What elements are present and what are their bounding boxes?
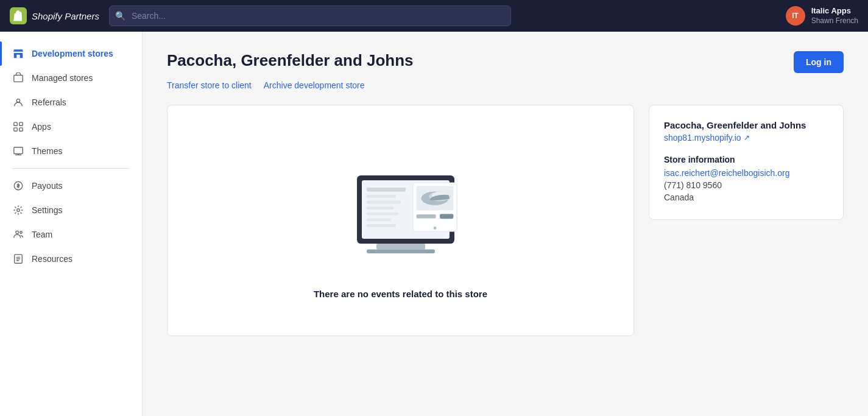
- top-navigation: Shopify Partners 🔍 IT Italic Apps Shawn …: [0, 0, 868, 32]
- svg-rect-1: [16, 55, 19, 58]
- svg-point-11: [16, 231, 19, 234]
- sidebar-item-apps[interactable]: Apps: [0, 115, 142, 139]
- logo-text: Shopify Partners: [32, 11, 99, 21]
- info-phone: (771) 810 9560: [664, 180, 828, 190]
- svg-rect-24: [367, 224, 396, 227]
- empty-state-card: There are no events related to this stor…: [167, 105, 634, 336]
- empty-state-text: There are no events related to this stor…: [314, 289, 487, 299]
- external-link-icon: ↗: [744, 133, 750, 142]
- sidebar-item-managed-stores[interactable]: Managed stores: [0, 66, 142, 90]
- info-country: Canada: [664, 192, 828, 202]
- svg-point-12: [20, 231, 23, 234]
- svg-rect-31: [440, 214, 453, 219]
- login-button[interactable]: Log in: [794, 51, 844, 73]
- info-store-url[interactable]: shop81.myshopify.io ↗: [664, 133, 828, 143]
- svg-rect-20: [367, 200, 401, 203]
- svg-rect-22: [367, 212, 398, 215]
- svg-rect-19: [367, 195, 396, 198]
- svg-rect-7: [19, 128, 23, 131]
- svg-rect-18: [367, 188, 406, 191]
- sidebar-item-resources[interactable]: Resources: [0, 247, 142, 271]
- page-header: Pacocha, Greenfelder and Johns Log in: [167, 51, 844, 73]
- content-area: There are no events related to this stor…: [167, 105, 844, 336]
- nav-divider: [12, 168, 130, 169]
- resources-icon: [12, 253, 24, 265]
- info-store-name: Pacocha, Greenfelder and Johns: [664, 120, 828, 130]
- user-area: IT Italic Apps Shawn French: [786, 6, 858, 26]
- sidebar-item-team[interactable]: Team: [0, 222, 142, 247]
- sidebar-item-themes[interactable]: Themes: [0, 139, 142, 163]
- page-title: Pacocha, Greenfelder and Johns: [167, 51, 414, 70]
- user-sub-name: Shawn French: [811, 16, 858, 26]
- svg-rect-21: [367, 206, 393, 210]
- svg-rect-17: [367, 249, 435, 253]
- search-bar: 🔍: [109, 5, 511, 26]
- svg-rect-6: [14, 128, 17, 131]
- avatar: IT: [786, 6, 805, 26]
- sidebar-item-development-stores[interactable]: Development stores: [0, 41, 142, 66]
- svg-rect-5: [19, 122, 23, 125]
- apps-icon: [12, 121, 24, 133]
- svg-rect-30: [416, 214, 436, 218]
- svg-rect-2: [14, 76, 23, 82]
- sidebar-label-development-stores: Development stores: [32, 49, 113, 58]
- sidebar-item-referrals[interactable]: Referrals: [0, 90, 142, 115]
- transfer-store-link[interactable]: Transfer store to client: [167, 80, 252, 90]
- sidebar: Development stores Managed stores Referr…: [0, 32, 143, 416]
- sidebar-label-payouts: Payouts: [32, 181, 63, 191]
- info-card: Pacocha, Greenfelder and Johns shop81.my…: [649, 105, 844, 220]
- archive-store-link[interactable]: Archive development store: [264, 80, 365, 90]
- referrals-icon: [12, 96, 24, 108]
- svg-point-3: [16, 99, 19, 102]
- sidebar-item-settings[interactable]: Settings: [0, 198, 142, 222]
- user-name: Italic Apps: [811, 6, 858, 16]
- svg-rect-4: [14, 122, 17, 125]
- user-info: Italic Apps Shawn French: [811, 6, 858, 26]
- payouts-icon: [12, 180, 24, 192]
- svg-point-32: [433, 227, 436, 230]
- sidebar-label-settings: Settings: [32, 205, 63, 215]
- svg-rect-23: [367, 218, 391, 221]
- team-icon: [12, 228, 24, 241]
- main-content: Pacocha, Greenfelder and Johns Log in Tr…: [143, 32, 868, 416]
- settings-icon: [12, 204, 24, 216]
- svg-rect-8: [14, 147, 23, 154]
- sidebar-label-themes: Themes: [32, 146, 63, 156]
- themes-icon: [12, 145, 24, 157]
- sidebar-label-managed-stores: Managed stores: [32, 73, 93, 83]
- managed-stores-icon: [12, 72, 24, 84]
- sidebar-item-payouts[interactable]: Payouts: [0, 174, 142, 198]
- sidebar-label-resources: Resources: [32, 254, 72, 264]
- info-section-title: Store information: [664, 155, 828, 164]
- empty-illustration: [328, 143, 474, 277]
- layout: Development stores Managed stores Referr…: [0, 32, 868, 416]
- sidebar-label-team: Team: [32, 230, 52, 239]
- search-input[interactable]: [109, 5, 511, 26]
- logo: Shopify Partners: [10, 7, 99, 24]
- svg-rect-16: [376, 244, 425, 250]
- info-email[interactable]: isac.reichert@reichelbogisich.org: [664, 168, 828, 178]
- sidebar-label-apps: Apps: [32, 122, 51, 132]
- sidebar-label-referrals: Referrals: [32, 97, 66, 107]
- svg-point-10: [17, 209, 20, 212]
- page-actions: Transfer store to client Archive develop…: [167, 80, 844, 90]
- search-icon: 🔍: [115, 11, 125, 21]
- shopify-logo-icon: [10, 7, 27, 24]
- store-icon: [12, 48, 24, 60]
